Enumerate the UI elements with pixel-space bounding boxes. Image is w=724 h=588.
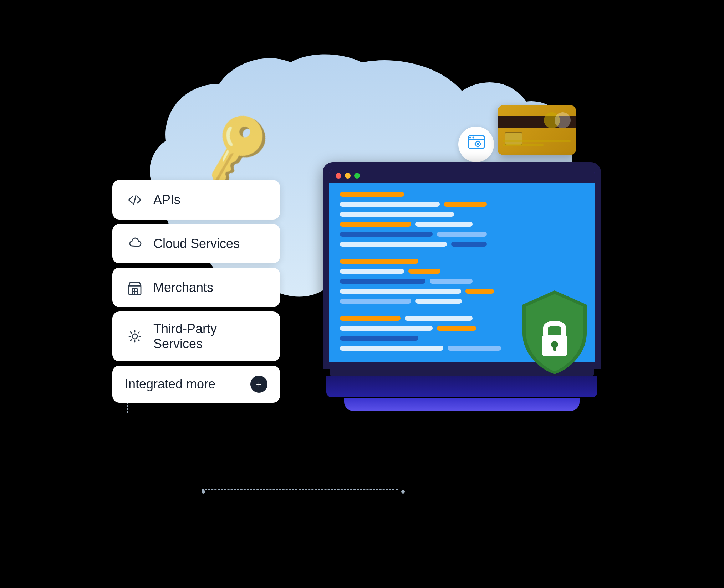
code-line-8	[340, 269, 584, 274]
cloud-services-label: Cloud Services	[153, 236, 267, 251]
close-dot	[336, 173, 341, 179]
menu-item-apis[interactable]: APIs	[112, 180, 280, 220]
cloud-icon	[125, 234, 144, 253]
laptop-keyboard	[326, 376, 597, 397]
menu-item-cloud-services[interactable]: Cloud Services	[112, 224, 280, 263]
code-line-4	[340, 222, 584, 227]
svg-point-5	[477, 143, 479, 145]
minimize-dot	[345, 173, 351, 179]
code-line-2	[340, 202, 584, 207]
code-line-1	[340, 192, 584, 197]
integrated-more-label: Integrated more	[125, 377, 250, 392]
bottom-connector-line	[202, 489, 398, 490]
code-line-3	[340, 212, 584, 217]
svg-rect-19	[553, 345, 556, 351]
svg-point-3	[472, 136, 474, 138]
settings-icon	[125, 327, 144, 346]
main-scene: 🔑	[112, 45, 612, 543]
integration-menu: APIs Cloud Services	[112, 180, 280, 407]
apis-label: APIs	[153, 192, 267, 207]
code-line-7	[340, 259, 584, 264]
code-line-9	[340, 279, 584, 284]
merchants-label: Merchants	[153, 280, 267, 295]
connector-dot-left	[202, 490, 205, 494]
connector-dot-right	[401, 490, 405, 494]
third-party-label: Third-Party Services	[153, 321, 267, 351]
code-line-6	[340, 242, 584, 247]
code-icon	[125, 190, 144, 210]
svg-line-10	[134, 196, 136, 204]
menu-item-merchants[interactable]: Merchants	[112, 268, 280, 307]
svg-point-2	[469, 136, 471, 138]
laptop-stand	[344, 398, 580, 411]
browser-settings-icon	[466, 133, 486, 156]
maximize-dot	[354, 173, 360, 179]
titlebar	[329, 169, 595, 183]
credit-card	[498, 105, 576, 155]
plus-button[interactable]: +	[250, 376, 267, 393]
card-logo	[544, 112, 571, 128]
security-shield	[515, 287, 594, 376]
code-line-5	[340, 232, 584, 237]
menu-item-third-party[interactable]: Third-Party Services	[112, 311, 280, 361]
card-lines	[503, 140, 571, 148]
svg-point-16	[132, 334, 137, 339]
store-icon	[125, 278, 144, 297]
menu-item-integrated-more[interactable]: Integrated more +	[112, 366, 280, 403]
browser-settings-badge	[458, 127, 494, 162]
